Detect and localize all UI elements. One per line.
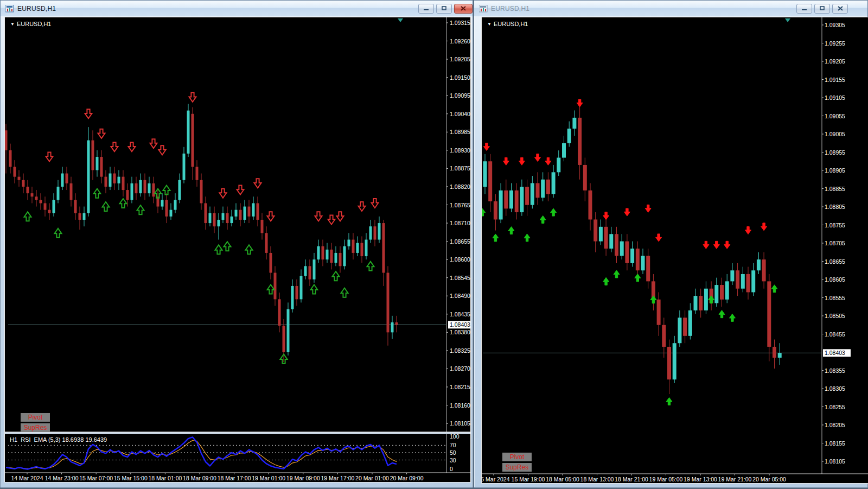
svg-text:1.08403: 1.08403 — [450, 321, 470, 328]
time-axis[interactable]: 14 Mar 202414 Mar 23:0015 Mar 07:0015 Ma… — [11, 473, 424, 481]
symbol-label: ▼EURUSD,H1 — [10, 21, 52, 27]
price-scale[interactable]: 1.093051.092551.092051.091551.091051.090… — [822, 22, 845, 465]
svg-text:1.08215: 1.08215 — [450, 384, 470, 390]
svg-text:1.09040: 1.09040 — [450, 111, 470, 117]
svg-text:1.08155: 1.08155 — [825, 440, 845, 447]
svg-text:14 Mar 23:00: 14 Mar 23:00 — [45, 475, 79, 481]
svg-text:1.08710: 1.08710 — [450, 220, 470, 226]
svg-text:18 Mar 09:00: 18 Mar 09:00 — [183, 475, 216, 481]
down-arrow-icon — [254, 179, 261, 188]
pivot-button[interactable]: Pivot — [502, 453, 532, 461]
svg-text:1.08160: 1.08160 — [450, 402, 470, 409]
svg-text:1.08805: 1.08805 — [825, 204, 845, 210]
svg-text:1.08820: 1.08820 — [450, 183, 470, 190]
svg-text:19 Mar 21:00: 19 Mar 21:00 — [718, 476, 752, 482]
up-arrow-icon — [603, 277, 609, 285]
svg-text:1.08305: 1.08305 — [825, 385, 845, 392]
down-arrow-icon — [189, 93, 196, 102]
axis-frame — [482, 17, 868, 474]
down-arrow-icon — [111, 142, 118, 151]
chart-svg[interactable]: 1.093051.092551.092051.091551.091051.090… — [482, 17, 868, 483]
up-arrow-icon — [267, 285, 275, 294]
supres-button[interactable]: SupRes — [21, 423, 50, 432]
svg-text:1.08985: 1.08985 — [450, 129, 470, 135]
up-arrow-icon — [55, 228, 62, 238]
svg-text:1.09155: 1.09155 — [825, 77, 845, 83]
axis-frame — [5, 17, 470, 473]
down-arrow-icon — [237, 186, 244, 195]
svg-text:15 Mar 07:00: 15 Mar 07:00 — [79, 475, 113, 481]
down-arrow-icon — [624, 208, 630, 216]
up-arrow-icon — [540, 215, 546, 223]
titlebar[interactable]: EURUSD,H1 — [1, 1, 473, 16]
chart-svg[interactable]: 1.093151.092601.092051.091501.090951.090… — [5, 17, 470, 482]
svg-text:18 Mar 05:00: 18 Mar 05:00 — [546, 476, 579, 482]
minimize-button[interactable] — [418, 4, 434, 14]
price-scale[interactable]: 1.093151.092601.092051.091501.090951.090… — [446, 20, 470, 427]
down-arrow-icon — [519, 157, 525, 165]
up-arrow-icon — [246, 245, 253, 254]
svg-text:1.09055: 1.09055 — [825, 113, 845, 119]
svg-text:1.08955: 1.08955 — [825, 149, 845, 156]
signal-arrows — [24, 93, 379, 364]
down-arrow-icon — [503, 157, 509, 165]
titlebar[interactable]: EURUSD,H1 — [474, 1, 867, 16]
svg-text:1.08875: 1.08875 — [450, 165, 470, 172]
chart-area[interactable]: 1.093151.092601.092051.091501.090951.090… — [4, 17, 471, 482]
down-arrow-icon — [337, 212, 344, 221]
up-arrow-icon — [666, 397, 672, 405]
pivot-button[interactable]: Pivot — [21, 413, 50, 422]
down-arrow-icon — [98, 129, 105, 138]
up-arrow-icon — [94, 189, 101, 198]
down-arrow-icon — [267, 212, 275, 221]
down-arrow-icon — [703, 241, 709, 249]
time-axis[interactable]: 15 Mar 202415 Mar 19:0018 Mar 05:0018 Ma… — [482, 474, 786, 482]
close-button[interactable] — [454, 4, 473, 14]
up-arrow-icon — [551, 208, 557, 216]
down-arrow-icon — [545, 157, 551, 165]
up-arrow-icon — [333, 271, 340, 281]
indicator-header: H1 RSI EMA (5,3) 18.6938 19.6439 — [10, 436, 107, 443]
down-arrow-icon — [577, 99, 583, 107]
down-arrow-icon — [724, 241, 730, 249]
down-arrow-icon — [328, 215, 335, 224]
close-button[interactable] — [832, 4, 848, 14]
up-arrow-icon — [524, 234, 530, 242]
svg-text:1.08545: 1.08545 — [450, 275, 470, 281]
svg-text:1.08705: 1.08705 — [825, 240, 845, 246]
signal-arrows — [482, 99, 777, 405]
svg-text:1.09205: 1.09205 — [450, 56, 470, 62]
up-arrow-icon — [103, 202, 110, 211]
svg-text:1.08655: 1.08655 — [825, 258, 845, 265]
down-arrow-icon — [761, 223, 767, 231]
window-left[interactable]: EURUSD,H1 1.093151.092601.092051.091501.… — [0, 0, 473, 488]
svg-text:1.08355: 1.08355 — [825, 367, 845, 374]
down-arrow-icon — [150, 139, 157, 148]
symbol-label: ▼EURUSD,H1 — [487, 21, 528, 27]
svg-text:19 Mar 09:00: 19 Mar 09:00 — [286, 475, 320, 481]
svg-text:30: 30 — [450, 457, 456, 463]
up-arrow-icon — [482, 208, 486, 216]
supres-button[interactable]: SupRes — [502, 463, 532, 472]
up-arrow-icon — [614, 270, 620, 278]
svg-text:19 Mar 01:00: 19 Mar 01:00 — [252, 475, 285, 481]
svg-text:1.08930: 1.08930 — [450, 147, 470, 154]
svg-text:1.09005: 1.09005 — [825, 131, 845, 137]
current-price-label: 1.08403 — [448, 321, 470, 328]
chart-area[interactable]: 1.093051.092551.092051.091551.091051.090… — [481, 17, 868, 484]
svg-text:70: 70 — [450, 442, 456, 448]
svg-text:1.09205: 1.09205 — [825, 58, 845, 65]
window-right[interactable]: EURUSD,H1 1.093051.092551.092051.091551.… — [474, 0, 868, 488]
svg-text:15 Mar 19:00: 15 Mar 19:00 — [512, 476, 545, 482]
up-arrow-icon — [709, 296, 714, 303]
svg-text:1.08490: 1.08490 — [450, 293, 470, 299]
minimize-button[interactable] — [796, 4, 812, 14]
svg-text:1.09255: 1.09255 — [825, 40, 845, 47]
restore-button[interactable] — [814, 4, 830, 14]
window-title: EURUSD,H1 — [491, 5, 529, 12]
chart-dropdown-icon: ▼ — [10, 22, 15, 27]
restore-button[interactable] — [436, 4, 452, 14]
svg-text:1.08105: 1.08105 — [450, 420, 470, 427]
svg-text:1.08505: 1.08505 — [825, 313, 845, 319]
svg-text:1.08765: 1.08765 — [450, 202, 470, 208]
